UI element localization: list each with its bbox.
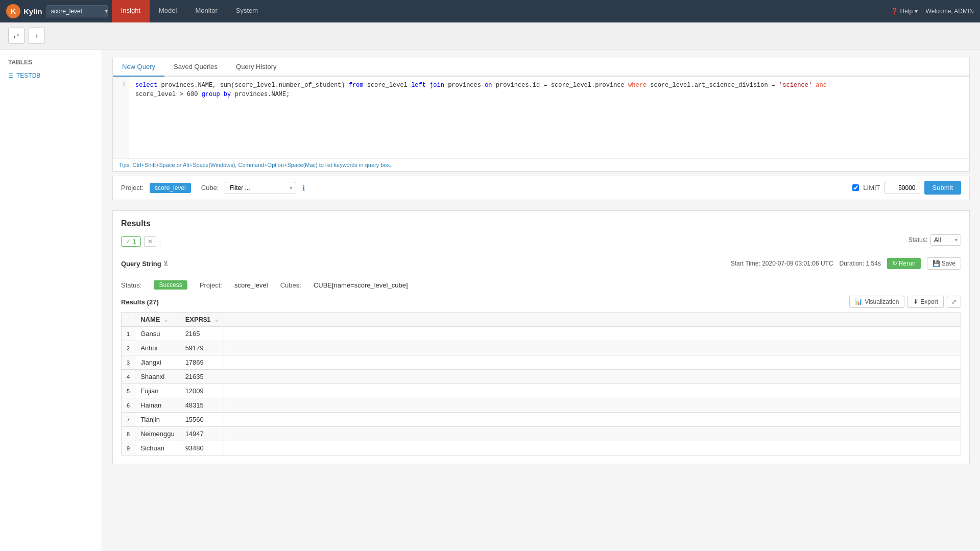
cubes-detail-label: Cubes: xyxy=(280,281,301,289)
help-button[interactable]: ❓ Help ▾ xyxy=(891,8,917,15)
cell-expr: 14947 xyxy=(180,427,224,441)
table-row: 4 Shaanxi 21635 xyxy=(122,370,961,384)
project-label: Project: xyxy=(121,184,144,191)
tab-saved-queries[interactable]: Saved Queries xyxy=(164,58,227,77)
cell-empty xyxy=(224,427,961,441)
project-detail-label: Project: xyxy=(200,281,222,289)
cube-label: Cube: xyxy=(201,184,219,191)
expand-icon[interactable]: ⊻ xyxy=(163,260,168,267)
sort-icon-name[interactable]: ⌄ xyxy=(164,317,168,323)
logo-icon: K xyxy=(6,4,20,18)
app-logo: K Kylin xyxy=(6,4,42,18)
cell-name: Gansu xyxy=(135,327,180,341)
cell-name: Neimenggu xyxy=(135,427,180,441)
row-num-cell: 1 xyxy=(122,327,135,341)
project-badge[interactable]: score_level xyxy=(150,183,191,193)
fullscreen-icon: ⤢ xyxy=(951,298,957,305)
results-title: Results xyxy=(121,219,151,228)
status-select-wrapper[interactable]: All xyxy=(930,234,961,246)
export-button[interactable]: ⬇ Export xyxy=(907,296,944,308)
sidebar-item-testdb[interactable]: ☰ TESTDB xyxy=(0,69,102,82)
app-name: Kylin xyxy=(23,7,42,16)
nav-right: ❓ Help ▾ Welcome, ADMIN xyxy=(891,8,974,15)
nav-item-insight[interactable]: Insight xyxy=(112,0,150,22)
cell-expr: 93480 xyxy=(180,441,224,456)
sidebar-title: Tables xyxy=(0,56,102,69)
tab-query-history[interactable]: Query History xyxy=(227,58,285,77)
row-num-cell: 9 xyxy=(122,441,135,456)
nav-item-model[interactable]: Model xyxy=(150,0,186,22)
add-button[interactable]: + xyxy=(29,28,45,44)
table-actions: 📊 Visualization ⬇ Export ⤢ xyxy=(849,296,961,308)
results-table: NAME ⌄ EXPR$1 ⌄ 1 Gansu 2165 2 xyxy=(121,312,961,456)
cell-name: Jiangxi xyxy=(135,355,180,370)
cell-empty xyxy=(224,413,961,427)
query-string-row: Query String ⊻ Start Time: 2020-07-09 03… xyxy=(121,253,961,274)
row-num-cell: 7 xyxy=(122,413,135,427)
cell-name: Sichuan xyxy=(135,441,180,456)
close-badge[interactable]: ✕ xyxy=(144,236,156,247)
table-header-row: NAME ⌄ EXPR$1 ⌄ xyxy=(122,313,961,327)
cell-expr: 48315 xyxy=(180,398,224,413)
query-string-label[interactable]: Query String ⊻ xyxy=(121,260,168,268)
save-button[interactable]: 💾 Save xyxy=(927,257,961,270)
query-controls: Project: score_level Cube: Filter ... ℹ … xyxy=(112,176,970,200)
results-count-num: 27 xyxy=(149,298,156,306)
table-icon: ☰ xyxy=(8,73,13,79)
cube-select-wrapper[interactable]: Filter ... xyxy=(225,182,296,194)
nav-item-system[interactable]: System xyxy=(227,0,267,22)
code-editor[interactable]: select provinces.NAME, sum(score_level.n… xyxy=(129,77,969,158)
cube-filter-select[interactable]: Filter ... xyxy=(225,182,296,194)
pipe-separator: | xyxy=(159,238,161,246)
visualization-button[interactable]: 📊 Visualization xyxy=(849,296,904,308)
cell-expr: 12009 xyxy=(180,384,224,398)
duration: Duration: 1.54s xyxy=(840,260,881,267)
table-row: 1 Gansu 2165 xyxy=(122,327,961,341)
row-num-cell: 5 xyxy=(122,384,135,398)
editor-area: 1 select provinces.NAME, sum(score_level… xyxy=(113,77,969,158)
status-select[interactable]: All xyxy=(930,234,961,246)
limit-checkbox[interactable] xyxy=(852,184,859,191)
sort-icon-expr[interactable]: ⌄ xyxy=(214,317,219,323)
table-row: 5 Fujian 12009 xyxy=(122,384,961,398)
project-select-wrapper[interactable]: score_level xyxy=(46,5,112,17)
toggle-button[interactable]: ⇄ xyxy=(8,28,25,44)
rerun-button[interactable]: ↻ Rerun xyxy=(887,258,921,269)
query-editor-wrapper: New Query Saved Queries Query History 1 … xyxy=(112,58,970,172)
cell-empty xyxy=(224,398,961,413)
table-row: 7 Tianjin 15560 xyxy=(122,413,961,427)
project-detail-value: score_level xyxy=(234,281,268,289)
table-row: 3 Jiangxi 17869 xyxy=(122,355,961,370)
line-number-1: 1 xyxy=(116,81,126,88)
start-time: Start Time: 2020-07-09 03:01:06 UTC xyxy=(731,260,833,267)
info-icon[interactable]: ℹ xyxy=(302,184,305,192)
cell-empty xyxy=(224,355,961,370)
col-header-name[interactable]: NAME ⌄ xyxy=(135,313,180,327)
submit-button[interactable]: Submit xyxy=(924,181,961,195)
project-select[interactable]: score_level xyxy=(46,5,108,17)
export-icon: ⬇ xyxy=(913,298,918,305)
tab-new-query[interactable]: New Query xyxy=(113,58,164,77)
refresh-icon: ↻ xyxy=(892,260,897,267)
sidebar-item-label: TESTDB xyxy=(16,72,40,79)
results-count-row: Results (27) 📊 Visualization ⬇ Export ⤢ xyxy=(121,296,961,308)
cell-empty xyxy=(224,327,961,341)
status-success-badge: Success xyxy=(154,280,187,290)
limit-input[interactable] xyxy=(885,182,920,194)
col-header-expr[interactable]: EXPR$1 ⌄ xyxy=(180,313,224,327)
cell-expr: 17869 xyxy=(180,355,224,370)
cell-empty xyxy=(224,441,961,456)
cell-empty xyxy=(224,341,961,355)
cell-expr: 2165 xyxy=(180,327,224,341)
tips-text: Tips: Ctrl+Shift+Space or Alt+Space(Wind… xyxy=(113,158,969,171)
nav-item-monitor[interactable]: Monitor xyxy=(186,0,226,22)
row-num-cell: 4 xyxy=(122,370,135,384)
result-num-badge[interactable]: ✓ 1 xyxy=(121,236,141,247)
cell-name: Hainan xyxy=(135,398,180,413)
status-detail-label: Status: xyxy=(121,281,141,289)
query-tabs: New Query Saved Queries Query History xyxy=(113,58,969,77)
fullscreen-button[interactable]: ⤢ xyxy=(947,296,961,308)
results-header: Results xyxy=(121,219,961,228)
toggle-icon: ⇄ xyxy=(13,32,19,40)
query-meta: Start Time: 2020-07-09 03:01:06 UTC Dura… xyxy=(731,257,961,270)
